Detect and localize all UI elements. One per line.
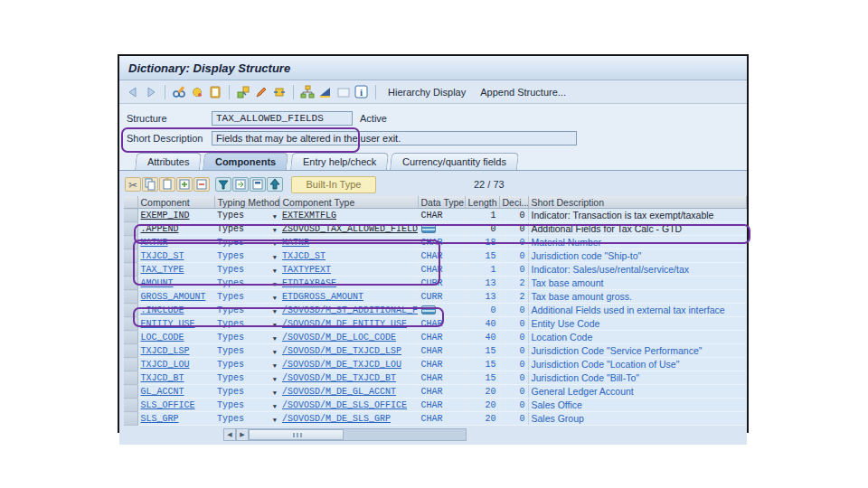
clipboard-icon[interactable]	[207, 84, 223, 99]
typing-method-dropdown[interactable]: Types▼	[214, 263, 279, 277]
info-icon[interactable]: i	[354, 84, 370, 99]
dropdown-arrow-icon[interactable]: ▼	[273, 240, 277, 248]
expand-field-icon[interactable]	[232, 177, 249, 192]
component-type-link[interactable]: /SOVOSD/M_DE_TXJCD_LSP	[282, 346, 401, 356]
insert-row-icon[interactable]	[176, 177, 193, 192]
column-header-data-type[interactable]: Data Type	[418, 196, 465, 209]
move-up-icon[interactable]	[267, 177, 283, 192]
row-selector[interactable]	[124, 331, 137, 344]
column-header-component-type[interactable]: Component Type	[279, 196, 418, 209]
change-pencil-icon[interactable]	[253, 84, 269, 99]
row-selector[interactable]	[124, 344, 137, 358]
component-type-link[interactable]: TXJCD_ST	[282, 251, 326, 261]
component-link[interactable]: LOC_CODE	[141, 333, 184, 343]
row-selector[interactable]	[124, 412, 137, 426]
table-row[interactable]: TAX_TYPETypes▼TAXTYPEXTCHAR10Indicator: …	[124, 263, 746, 277]
copy-object-icon[interactable]	[271, 84, 288, 99]
component-type-link[interactable]: TAXTYPEXT	[282, 265, 331, 275]
dropdown-arrow-icon[interactable]: ▼	[273, 213, 277, 221]
component-type-link[interactable]: /SOVOSD/M_DE_ENTITY_USE	[282, 319, 407, 329]
scroll-right-icon[interactable]: ▶	[236, 428, 249, 441]
row-selector[interactable]	[124, 277, 137, 290]
forward-icon[interactable]	[143, 84, 159, 99]
typing-method-dropdown[interactable]: Types▼	[214, 290, 279, 304]
component-link[interactable]: TXJCD_ST	[141, 251, 184, 261]
row-selector[interactable]	[124, 249, 137, 263]
filter-icon[interactable]	[215, 177, 231, 192]
row-selector[interactable]	[124, 263, 137, 277]
where-used-icon[interactable]	[235, 84, 251, 99]
selector-column-header[interactable]	[124, 196, 137, 209]
component-link[interactable]: GL_ACCNT	[141, 387, 184, 397]
component-type-link[interactable]: ZSOVOSD_TAX_ALLOWED_FIELDS	[282, 224, 418, 234]
typing-method-dropdown[interactable]: Types▼	[214, 399, 279, 412]
dropdown-arrow-icon[interactable]: ▼	[273, 281, 277, 288]
scroll-left-icon[interactable]: ◀	[223, 428, 236, 441]
structure-input[interactable]: TAX_ALLOWED_FIELDS	[212, 111, 353, 126]
component-link[interactable]: EXEMP_IND	[141, 211, 190, 221]
tab-components[interactable]: Components	[203, 153, 288, 170]
short-description-input[interactable]: Fields that may be altered in the user e…	[212, 131, 577, 145]
horizontal-scrollbar[interactable]: ◀ ▶	[223, 428, 747, 440]
built-in-type-button[interactable]: Built-In Type	[291, 176, 376, 193]
typing-method-dropdown[interactable]: Types▼	[214, 331, 279, 344]
component-type-link[interactable]: /SOVOSD/M_DE_GL_ACCNT	[282, 387, 396, 397]
column-header-component[interactable]: Component	[137, 196, 214, 209]
component-type-link[interactable]: ETDTAXBASE	[282, 278, 336, 288]
dropdown-arrow-icon[interactable]: ▼	[273, 389, 277, 397]
component-link[interactable]: TXJCD_LOU	[141, 360, 190, 370]
hierarchy-tree-icon[interactable]	[299, 84, 316, 99]
table-row[interactable]: GROSS_AMOUNTTypes▼ETDGROSS_AMOUNTCURR132…	[124, 290, 746, 304]
table-row[interactable]: .INCLUDETypes▼/SOVOSD/M_ST_ADDITIONAL_FI…	[124, 304, 746, 317]
hierarchy-display-button[interactable]: Hierarchy Display	[382, 85, 472, 99]
row-selector[interactable]	[124, 290, 137, 304]
table-row[interactable]: SLS_GRPTypes▼/SOVOSD/M_DE_SLS_GRPCHAR200…	[124, 412, 746, 426]
table-row[interactable]: TXJCD_LSPTypes▼/SOVOSD/M_DE_TXJCD_LSPCHA…	[124, 344, 746, 358]
dropdown-arrow-icon[interactable]: ▼	[273, 349, 277, 356]
paste-rows-icon[interactable]	[159, 177, 175, 192]
dropdown-arrow-icon[interactable]: ▼	[273, 335, 277, 343]
table-row[interactable]: SLS_OFFICETypes▼/SOVOSD/M_DE_SLS_OFFICEC…	[124, 399, 746, 412]
typing-method-dropdown[interactable]: Types▼	[214, 249, 279, 263]
component-type-link[interactable]: /SOVOSD/M_ST_ADDITIONAL_FIELDS	[282, 305, 418, 315]
table-row[interactable]: EXEMP_INDTypes▼EXTEXMTFLGCHAR10Indicator…	[124, 209, 746, 222]
component-link[interactable]: TXJCD_BT	[141, 373, 184, 383]
component-link[interactable]: AMOUNT	[141, 278, 174, 288]
component-type-link[interactable]: /SOVOSD/M_DE_TXJCD_LOU	[282, 360, 401, 370]
component-link[interactable]: ENTITY_USE	[141, 319, 195, 329]
dropdown-arrow-icon[interactable]: ▼	[273, 267, 277, 275]
component-link[interactable]: GROSS_AMOUNT	[141, 292, 206, 302]
row-selector[interactable]	[124, 304, 137, 317]
tab-attributes[interactable]: Attributes	[135, 153, 202, 170]
row-selector[interactable]	[124, 385, 137, 399]
dropdown-arrow-icon[interactable]: ▼	[273, 362, 277, 370]
row-selector[interactable]	[124, 222, 137, 236]
row-selector[interactable]	[124, 371, 137, 385]
typing-method-dropdown[interactable]: Types▼	[214, 344, 279, 358]
component-link[interactable]: .APPEND	[141, 224, 179, 234]
component-type-link[interactable]: /SOVOSD/M_DE_LOC_CODE	[282, 333, 396, 343]
typing-method-dropdown[interactable]: Types▼	[214, 358, 279, 371]
copy-rows-icon[interactable]	[142, 177, 158, 192]
typing-method-dropdown[interactable]: Types▼	[214, 412, 279, 426]
dropdown-arrow-icon[interactable]: ▼	[273, 322, 277, 329]
component-type-link[interactable]: MATNR	[282, 238, 309, 248]
typing-method-dropdown[interactable]: Types▼	[214, 385, 279, 399]
typing-method-dropdown[interactable]: Types▼	[214, 317, 279, 331]
tab-entry-help-check[interactable]: Entry help/check	[290, 153, 389, 170]
typing-method-dropdown[interactable]: Types▼	[214, 371, 279, 385]
table-row[interactable]: LOC_CODETypes▼/SOVOSD/M_DE_LOC_CODECHAR4…	[124, 331, 746, 344]
back-icon[interactable]	[125, 84, 141, 99]
column-header-length[interactable]: Length	[465, 196, 499, 209]
column-header-typing-method[interactable]: Typing Method	[214, 196, 279, 209]
typing-method-dropdown[interactable]: Types▼	[214, 209, 279, 222]
refresh-icon[interactable]	[189, 84, 205, 99]
component-link[interactable]: SLS_GRP	[141, 414, 179, 424]
table-row[interactable]: .APPENDTypes▼ZSOVOSD_TAX_ALLOWED_FIELDS0…	[124, 222, 746, 236]
component-link[interactable]: TXJCD_LSP	[141, 346, 190, 356]
column-header-decimals[interactable]: Deci...	[499, 196, 528, 209]
dropdown-arrow-icon[interactable]: ▼	[273, 254, 277, 261]
component-type-link[interactable]: ETDGROSS_AMOUNT	[282, 292, 363, 302]
component-link[interactable]: SLS_OFFICE	[141, 400, 195, 410]
checkbox-icon[interactable]	[335, 84, 352, 99]
